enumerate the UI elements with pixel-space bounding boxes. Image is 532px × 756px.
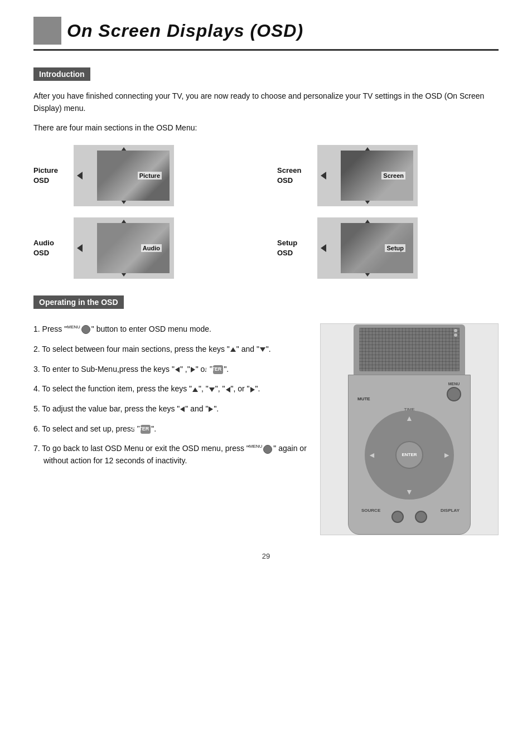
enter-button-s6: ENTER: [141, 425, 151, 434]
left-arrow-icon-s3: [175, 367, 180, 372]
enter-label: ENTER: [402, 452, 417, 457]
osd-thumb-screen: Screen: [341, 151, 413, 201]
down-arrow-icon-s4: [209, 387, 215, 392]
osd-image-screen: Screen: [317, 145, 418, 206]
dpad-left-arrow[interactable]: ◄: [368, 450, 376, 459]
osd-item-screen: ScreenOSD Screen: [277, 145, 499, 206]
osd-item-picture: PictureOSD Picture: [33, 145, 255, 206]
osd-image-setup: Setup: [317, 217, 418, 279]
osd-thumb-label-screen: Screen: [381, 172, 405, 180]
up-arrow-icon-s2: [230, 347, 236, 352]
arrow-left-picture: [77, 172, 83, 180]
osd-image-audio: Audio: [74, 217, 174, 279]
remote-indicator-dots: [454, 329, 457, 337]
right-arrow-icon-s3: [191, 367, 195, 372]
arrow-left-setup: [321, 244, 326, 252]
numpad-dots: [359, 328, 460, 371]
osd-thumb-setup: Setup: [341, 223, 413, 273]
step-2: 2. To select between four main sections,…: [33, 343, 309, 356]
remote-numpad-inner: [359, 328, 460, 371]
operating-content: 1. Press "MENU" button to enter OSD menu…: [33, 323, 499, 535]
operating-section: Operating in the OSD 1. Press "MENU" but…: [33, 295, 499, 535]
source-button[interactable]: [391, 511, 404, 523]
dot1: [454, 329, 457, 332]
osd-thumb-label-picture: Picture: [138, 172, 162, 180]
step-3: 3. To enter to Sub-Menu,press the keys "…: [33, 364, 309, 376]
remote-control-diagram: MUTE MENU TIME ▲ ▼ ◄ ►: [320, 323, 499, 535]
page-title-block: On Screen Displays (OSD): [33, 17, 499, 51]
right-arrow-icon-s4: [250, 387, 255, 392]
menu-button-icon-s7: [263, 445, 272, 454]
dpad-area: TIME ▲ ▼ ◄ ► ENTER SOURCE DISPLAY: [354, 405, 465, 505]
remote-numpad-area: [354, 324, 465, 375]
enter-button[interactable]: ENTER: [395, 441, 423, 469]
dpad-down-arrow[interactable]: ▼: [405, 487, 413, 496]
step-5: 5. To adjust the value bar, press the ke…: [33, 403, 309, 415]
intro-para1: After you have finished connecting your …: [33, 90, 499, 115]
page-number: 29: [33, 552, 499, 560]
arrow-left-audio: [77, 244, 83, 252]
arrow-left-screen: [321, 172, 326, 180]
left-arrow-icon-s4: [226, 387, 230, 392]
enter-button-s3: ENTER: [213, 365, 224, 374]
remote-top-row: MUTE MENU: [354, 382, 465, 401]
osd-label-audio: AudioOSD: [33, 238, 67, 258]
left-arrow-icon-s5: [180, 406, 185, 412]
menu-button-icon: [81, 325, 90, 334]
step-1: 1. Press "MENU" button to enter OSD menu…: [33, 323, 309, 336]
osd-thumb-picture: Picture: [97, 151, 170, 201]
down-arrow-icon-s2: [260, 347, 265, 352]
osd-item-setup: SetupOSD Setup: [277, 217, 499, 279]
menu-superscript: MENU: [67, 325, 80, 330]
menu-button[interactable]: [447, 387, 461, 401]
page-title: On Screen Displays (OSD): [67, 21, 303, 41]
osd-label-picture: PictureOSD: [33, 166, 67, 186]
introduction-section: Introduction After you have finished con…: [33, 67, 499, 279]
operating-steps: 1. Press "MENU" button to enter OSD menu…: [33, 323, 309, 535]
intro-para2: There are four main sections in the OSD …: [33, 122, 499, 134]
step-6: 6. To select and set up, press "ENTER".: [33, 423, 309, 435]
right-arrow-icon-s5: [209, 406, 213, 412]
step-4: 4. To select the function item, press th…: [33, 383, 309, 395]
dpad-up-arrow[interactable]: ▲: [405, 414, 413, 423]
intro-header: Introduction: [33, 67, 90, 81]
menu-button-group: MENU: [447, 382, 461, 401]
osd-label-setup: SetupOSD: [277, 238, 311, 258]
dpad-outer: ▲ ▼ ◄ ► ENTER: [365, 410, 454, 500]
steps-list: 1. Press "MENU" button to enter OSD menu…: [33, 323, 309, 467]
remote-bottom-buttons: [391, 511, 427, 523]
title-square-decoration: [33, 17, 61, 45]
display-button[interactable]: [415, 511, 427, 523]
mute-label: MUTE: [357, 396, 370, 401]
source-label: SOURCE: [361, 508, 380, 513]
osd-item-audio: AudioOSD Audio: [33, 217, 255, 279]
remote-body: MUTE MENU TIME ▲ ▼ ◄ ►: [348, 375, 471, 535]
dot2: [454, 333, 457, 337]
display-label: DISPLAY: [441, 508, 460, 513]
osd-thumb-label-audio: Audio: [141, 244, 162, 252]
osd-thumb-label-setup: Setup: [385, 244, 405, 252]
dpad-right-arrow[interactable]: ►: [443, 450, 451, 459]
osd-label-screen: ScreenOSD: [277, 166, 311, 186]
osd-image-picture: Picture: [74, 145, 174, 206]
osd-thumb-audio: Audio: [97, 223, 170, 273]
menu-superscript-s7: MENU: [249, 444, 263, 449]
step-7: 7. To go back to last OSD Menu or exit t…: [33, 443, 309, 467]
operating-header: Operating in the OSD: [33, 295, 124, 309]
osd-grid: PictureOSD Picture ScreenOSD Screen: [33, 145, 499, 279]
up-arrow-icon-s4: [192, 387, 198, 392]
menu-superscript-label: MENU: [448, 382, 460, 386]
